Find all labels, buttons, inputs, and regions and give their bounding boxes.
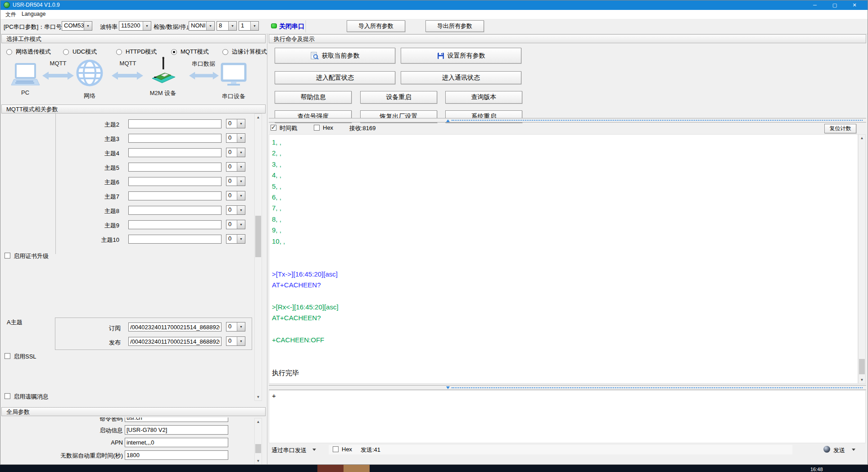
chevron-down-icon[interactable]: ▼	[143, 22, 151, 30]
scroll-up-icon[interactable]: ▲	[255, 418, 262, 425]
log-output[interactable]: 1, ,2, ,3, ,4, ,5, ,6, ,7, ,8, ,9, ,10, …	[269, 134, 858, 384]
chevron-down-icon[interactable]: ▼	[237, 134, 245, 142]
chevron-down-icon[interactable]: ▼	[237, 235, 245, 243]
radio-icon[interactable]	[222, 49, 228, 55]
send-via-serial-dropdown[interactable]: 通过串口发送	[271, 446, 307, 454]
topic-qos-combo[interactable]: 0▼	[226, 148, 245, 157]
topic-input[interactable]	[128, 163, 222, 172]
mode-radio-2[interactable]: UDC模式	[63, 48, 97, 56]
topic-qos-combo[interactable]: 0▼	[226, 162, 245, 172]
no-data-restart-input[interactable]	[125, 450, 228, 460]
boot-info-input[interactable]	[125, 425, 228, 435]
cert-upgrade-checkbox[interactable]	[5, 253, 10, 259]
scroll-up-icon[interactable]: ▲	[255, 114, 262, 121]
timestamp-checkbox[interactable]	[271, 125, 276, 131]
chevron-down-icon[interactable]: ▼	[237, 119, 245, 128]
enable-ssl-checkbox[interactable]	[5, 353, 10, 359]
topic-qos-combo[interactable]: 0▼	[226, 234, 245, 244]
apn-input[interactable]	[125, 438, 228, 447]
topic-input[interactable]	[128, 148, 222, 157]
topic-qos-combo[interactable]: 0▼	[226, 191, 245, 200]
chevron-down-icon[interactable]: ▼	[237, 220, 245, 229]
topic-input[interactable]	[128, 134, 222, 143]
scroll-down-icon[interactable]: ▼	[859, 377, 865, 383]
topic-qos-combo[interactable]: 0▼	[226, 177, 245, 186]
device-restart-button[interactable]: 设备重启	[360, 91, 437, 104]
enable-will-checkbox[interactable]	[5, 393, 10, 399]
chevron-down-icon[interactable]	[852, 449, 855, 451]
radio-icon[interactable]	[63, 49, 69, 55]
scroll-down-icon[interactable]: ▼	[255, 394, 262, 400]
scroll-down-icon[interactable]: ▼	[255, 458, 262, 464]
help-button[interactable]: 帮助信息	[275, 91, 352, 104]
scrollbar-thumb[interactable]	[859, 359, 865, 374]
topic-input[interactable]	[128, 235, 222, 244]
maximize-button[interactable]: ▢	[827, 0, 842, 10]
stopbits-combo[interactable]: 1▼	[239, 21, 259, 31]
chevron-down-icon[interactable]: ▼	[237, 148, 245, 157]
topic-qos-combo[interactable]: 0▼	[226, 119, 245, 128]
chevron-down-icon[interactable]: ▼	[228, 22, 236, 30]
close-port-button[interactable]: 关闭串口	[279, 23, 304, 31]
baud-combo[interactable]: 115200▼	[119, 21, 151, 31]
topic-qos-combo[interactable]: 0▼	[226, 133, 245, 143]
send-input-area[interactable]: +	[269, 390, 866, 443]
subscribe-qos-combo[interactable]: 0▼	[226, 322, 245, 331]
publish-topic-input[interactable]	[128, 337, 222, 346]
send-splitter[interactable]	[269, 385, 866, 390]
topic-input[interactable]	[128, 177, 222, 186]
chevron-down-icon[interactable]: ▼	[206, 22, 214, 30]
log-hex-checkbox[interactable]	[314, 125, 320, 131]
chevron-down-icon[interactable]: ▼	[237, 337, 245, 345]
close-button[interactable]: ✕	[847, 0, 862, 10]
chevron-down-icon[interactable]: ▼	[237, 163, 245, 171]
scrollbar-thumb[interactable]	[255, 444, 261, 453]
publish-qos-combo[interactable]: 0▼	[226, 336, 245, 346]
chevron-down-icon[interactable]: ▼	[84, 22, 92, 30]
topic-input[interactable]	[128, 220, 222, 229]
radio-icon[interactable]	[6, 49, 12, 55]
mode-radio-1[interactable]: 网络透传模式	[6, 48, 51, 56]
scroll-up-icon[interactable]: ▲	[859, 135, 865, 141]
subscribe-topic-input[interactable]	[128, 322, 222, 331]
chevron-down-icon[interactable]	[312, 449, 316, 451]
collapse-up-icon[interactable]	[446, 119, 450, 122]
topic-input[interactable]	[128, 119, 222, 128]
taskbar-item[interactable]	[317, 465, 344, 472]
topic-qos-combo[interactable]: 0▼	[226, 220, 245, 229]
cmd-password-input[interactable]	[125, 418, 228, 422]
minimize-button[interactable]: ─	[808, 0, 822, 10]
export-params-button[interactable]: 导出所有参数	[425, 20, 484, 32]
databits-combo[interactable]: 8▼	[217, 21, 237, 31]
chevron-down-icon[interactable]: ▼	[237, 177, 245, 186]
parity-combo[interactable]: NONI▼	[189, 21, 215, 31]
panel-separator[interactable]	[267, 34, 267, 465]
query-version-button[interactable]: 查询版本	[445, 91, 522, 104]
enter-comm-button[interactable]: 进入通讯状态	[401, 71, 521, 84]
chevron-down-icon[interactable]: ▼	[237, 206, 245, 214]
menu-language[interactable]: Language	[22, 11, 45, 17]
send-button[interactable]: 发送	[833, 446, 845, 454]
radio-icon[interactable]	[171, 49, 177, 55]
mqtt-scrollbar[interactable]: ▲ ▼	[254, 113, 262, 401]
topic-qos-combo[interactable]: 0▼	[226, 205, 245, 215]
chevron-down-icon[interactable]: ▼	[250, 22, 258, 30]
get-params-button[interactable]: 获取当前参数	[275, 48, 395, 64]
global-scrollbar[interactable]: ▲ ▼	[254, 418, 262, 465]
radio-icon[interactable]	[116, 49, 122, 55]
reset-count-button[interactable]: 复位计数	[824, 124, 856, 133]
mode-radio-5[interactable]: 边缘计算模式	[222, 48, 267, 56]
import-params-button[interactable]: 导入所有参数	[347, 20, 405, 32]
topic-input[interactable]	[128, 206, 222, 215]
taskbar-item[interactable]	[344, 465, 370, 472]
set-params-button[interactable]: 设置所有参数	[401, 48, 521, 64]
chevron-down-icon[interactable]: ▼	[237, 191, 245, 200]
chevron-down-icon[interactable]: ▼	[237, 322, 245, 331]
topic-input[interactable]	[128, 191, 222, 200]
mode-radio-4[interactable]: MQTT模式	[171, 48, 209, 56]
send-hex-checkbox[interactable]	[333, 446, 339, 452]
menu-file[interactable]: 文件	[5, 11, 16, 18]
collapse-down-icon[interactable]	[446, 386, 450, 389]
log-scrollbar[interactable]: ▲ ▼	[858, 134, 866, 384]
log-splitter[interactable]	[269, 118, 866, 123]
